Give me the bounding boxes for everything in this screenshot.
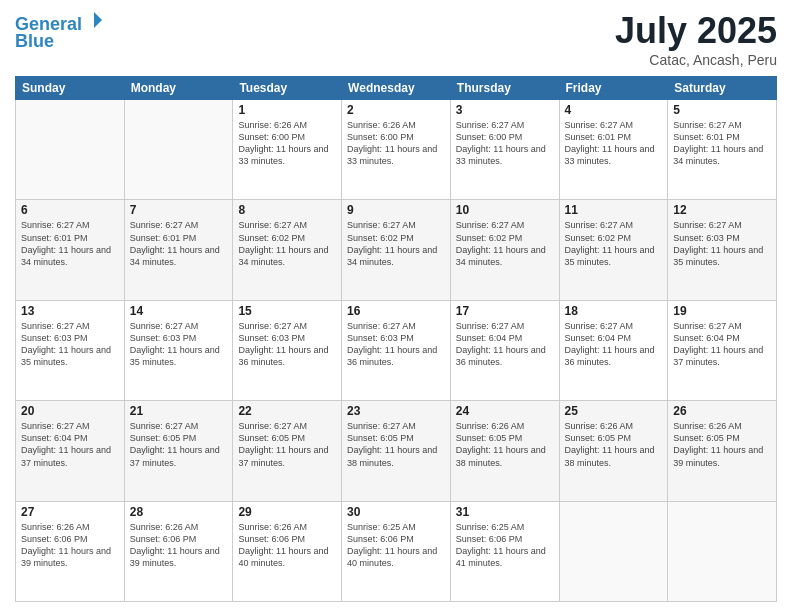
day-info: Sunrise: 6:26 AM Sunset: 6:00 PM Dayligh… — [347, 119, 445, 168]
day-number: 28 — [130, 505, 228, 519]
calendar-week-1: 6Sunrise: 6:27 AM Sunset: 6:01 PM Daylig… — [16, 200, 777, 300]
day-header-wednesday: Wednesday — [342, 77, 451, 100]
day-number: 21 — [130, 404, 228, 418]
day-info: Sunrise: 6:27 AM Sunset: 6:00 PM Dayligh… — [456, 119, 554, 168]
day-number: 16 — [347, 304, 445, 318]
day-info: Sunrise: 6:27 AM Sunset: 6:02 PM Dayligh… — [456, 219, 554, 268]
day-number: 7 — [130, 203, 228, 217]
day-number: 6 — [21, 203, 119, 217]
day-number: 22 — [238, 404, 336, 418]
day-info: Sunrise: 6:27 AM Sunset: 6:01 PM Dayligh… — [565, 119, 663, 168]
calendar-cell: 3Sunrise: 6:27 AM Sunset: 6:00 PM Daylig… — [450, 100, 559, 200]
day-info: Sunrise: 6:27 AM Sunset: 6:01 PM Dayligh… — [673, 119, 771, 168]
day-number: 31 — [456, 505, 554, 519]
day-info: Sunrise: 6:27 AM Sunset: 6:05 PM Dayligh… — [347, 420, 445, 469]
day-info: Sunrise: 6:27 AM Sunset: 6:03 PM Dayligh… — [238, 320, 336, 369]
calendar-cell: 10Sunrise: 6:27 AM Sunset: 6:02 PM Dayli… — [450, 200, 559, 300]
calendar-cell: 14Sunrise: 6:27 AM Sunset: 6:03 PM Dayli… — [124, 300, 233, 400]
calendar-cell: 31Sunrise: 6:25 AM Sunset: 6:06 PM Dayli… — [450, 501, 559, 601]
month-title: July 2025 — [615, 10, 777, 52]
day-number: 3 — [456, 103, 554, 117]
day-number: 4 — [565, 103, 663, 117]
day-number: 18 — [565, 304, 663, 318]
day-header-monday: Monday — [124, 77, 233, 100]
day-number: 27 — [21, 505, 119, 519]
calendar-week-3: 20Sunrise: 6:27 AM Sunset: 6:04 PM Dayli… — [16, 401, 777, 501]
calendar-cell: 21Sunrise: 6:27 AM Sunset: 6:05 PM Dayli… — [124, 401, 233, 501]
calendar-cell: 12Sunrise: 6:27 AM Sunset: 6:03 PM Dayli… — [668, 200, 777, 300]
calendar-cell: 16Sunrise: 6:27 AM Sunset: 6:03 PM Dayli… — [342, 300, 451, 400]
calendar-cell: 17Sunrise: 6:27 AM Sunset: 6:04 PM Dayli… — [450, 300, 559, 400]
calendar-cell — [124, 100, 233, 200]
day-info: Sunrise: 6:25 AM Sunset: 6:06 PM Dayligh… — [456, 521, 554, 570]
calendar-cell: 24Sunrise: 6:26 AM Sunset: 6:05 PM Dayli… — [450, 401, 559, 501]
calendar-week-4: 27Sunrise: 6:26 AM Sunset: 6:06 PM Dayli… — [16, 501, 777, 601]
page: General Blue July 2025 Catac, Ancash, Pe… — [0, 0, 792, 612]
day-number: 12 — [673, 203, 771, 217]
svg-marker-0 — [94, 12, 102, 28]
day-header-thursday: Thursday — [450, 77, 559, 100]
calendar-cell — [16, 100, 125, 200]
calendar-cell: 15Sunrise: 6:27 AM Sunset: 6:03 PM Dayli… — [233, 300, 342, 400]
day-info: Sunrise: 6:27 AM Sunset: 6:03 PM Dayligh… — [21, 320, 119, 369]
calendar-cell: 4Sunrise: 6:27 AM Sunset: 6:01 PM Daylig… — [559, 100, 668, 200]
day-info: Sunrise: 6:27 AM Sunset: 6:05 PM Dayligh… — [238, 420, 336, 469]
day-number: 30 — [347, 505, 445, 519]
title-area: July 2025 Catac, Ancash, Peru — [615, 10, 777, 68]
day-header-friday: Friday — [559, 77, 668, 100]
calendar-cell: 27Sunrise: 6:26 AM Sunset: 6:06 PM Dayli… — [16, 501, 125, 601]
logo-icon — [84, 10, 104, 30]
day-number: 19 — [673, 304, 771, 318]
day-number: 5 — [673, 103, 771, 117]
calendar-cell: 2Sunrise: 6:26 AM Sunset: 6:00 PM Daylig… — [342, 100, 451, 200]
day-info: Sunrise: 6:26 AM Sunset: 6:05 PM Dayligh… — [565, 420, 663, 469]
calendar-week-2: 13Sunrise: 6:27 AM Sunset: 6:03 PM Dayli… — [16, 300, 777, 400]
day-number: 14 — [130, 304, 228, 318]
day-number: 13 — [21, 304, 119, 318]
header: General Blue July 2025 Catac, Ancash, Pe… — [15, 10, 777, 68]
day-number: 26 — [673, 404, 771, 418]
calendar-cell: 23Sunrise: 6:27 AM Sunset: 6:05 PM Dayli… — [342, 401, 451, 501]
day-number: 2 — [347, 103, 445, 117]
day-number: 11 — [565, 203, 663, 217]
calendar-cell: 7Sunrise: 6:27 AM Sunset: 6:01 PM Daylig… — [124, 200, 233, 300]
calendar-cell: 11Sunrise: 6:27 AM Sunset: 6:02 PM Dayli… — [559, 200, 668, 300]
day-info: Sunrise: 6:27 AM Sunset: 6:03 PM Dayligh… — [673, 219, 771, 268]
day-info: Sunrise: 6:26 AM Sunset: 6:05 PM Dayligh… — [456, 420, 554, 469]
day-number: 15 — [238, 304, 336, 318]
calendar-week-0: 1Sunrise: 6:26 AM Sunset: 6:00 PM Daylig… — [16, 100, 777, 200]
calendar-cell: 5Sunrise: 6:27 AM Sunset: 6:01 PM Daylig… — [668, 100, 777, 200]
logo: General Blue — [15, 10, 104, 52]
day-number: 29 — [238, 505, 336, 519]
day-info: Sunrise: 6:27 AM Sunset: 6:03 PM Dayligh… — [347, 320, 445, 369]
day-number: 24 — [456, 404, 554, 418]
calendar-table: SundayMondayTuesdayWednesdayThursdayFrid… — [15, 76, 777, 602]
calendar-cell: 19Sunrise: 6:27 AM Sunset: 6:04 PM Dayli… — [668, 300, 777, 400]
day-number: 9 — [347, 203, 445, 217]
day-info: Sunrise: 6:25 AM Sunset: 6:06 PM Dayligh… — [347, 521, 445, 570]
day-info: Sunrise: 6:27 AM Sunset: 6:01 PM Dayligh… — [130, 219, 228, 268]
calendar-cell: 1Sunrise: 6:26 AM Sunset: 6:00 PM Daylig… — [233, 100, 342, 200]
calendar-cell: 26Sunrise: 6:26 AM Sunset: 6:05 PM Dayli… — [668, 401, 777, 501]
calendar-cell: 9Sunrise: 6:27 AM Sunset: 6:02 PM Daylig… — [342, 200, 451, 300]
day-info: Sunrise: 6:27 AM Sunset: 6:02 PM Dayligh… — [347, 219, 445, 268]
day-number: 8 — [238, 203, 336, 217]
calendar-cell: 28Sunrise: 6:26 AM Sunset: 6:06 PM Dayli… — [124, 501, 233, 601]
day-header-tuesday: Tuesday — [233, 77, 342, 100]
day-info: Sunrise: 6:27 AM Sunset: 6:03 PM Dayligh… — [130, 320, 228, 369]
calendar-cell: 13Sunrise: 6:27 AM Sunset: 6:03 PM Dayli… — [16, 300, 125, 400]
day-info: Sunrise: 6:26 AM Sunset: 6:00 PM Dayligh… — [238, 119, 336, 168]
calendar-cell: 18Sunrise: 6:27 AM Sunset: 6:04 PM Dayli… — [559, 300, 668, 400]
day-number: 25 — [565, 404, 663, 418]
day-info: Sunrise: 6:26 AM Sunset: 6:06 PM Dayligh… — [238, 521, 336, 570]
day-info: Sunrise: 6:27 AM Sunset: 6:04 PM Dayligh… — [21, 420, 119, 469]
day-header-saturday: Saturday — [668, 77, 777, 100]
day-info: Sunrise: 6:27 AM Sunset: 6:02 PM Dayligh… — [565, 219, 663, 268]
day-info: Sunrise: 6:26 AM Sunset: 6:05 PM Dayligh… — [673, 420, 771, 469]
day-info: Sunrise: 6:27 AM Sunset: 6:04 PM Dayligh… — [565, 320, 663, 369]
calendar-cell: 29Sunrise: 6:26 AM Sunset: 6:06 PM Dayli… — [233, 501, 342, 601]
day-number: 20 — [21, 404, 119, 418]
calendar-cell: 30Sunrise: 6:25 AM Sunset: 6:06 PM Dayli… — [342, 501, 451, 601]
calendar-cell: 6Sunrise: 6:27 AM Sunset: 6:01 PM Daylig… — [16, 200, 125, 300]
day-number: 1 — [238, 103, 336, 117]
